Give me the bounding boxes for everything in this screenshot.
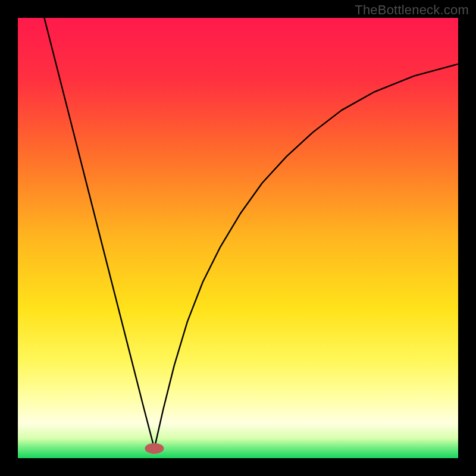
watermark-text: TheBottleneck.com bbox=[355, 2, 469, 18]
chart-frame: TheBottleneck.com bbox=[0, 0, 476, 476]
minimum-marker bbox=[145, 443, 164, 454]
curve-layer bbox=[0, 0, 476, 476]
bottleneck-curve bbox=[44, 18, 458, 449]
